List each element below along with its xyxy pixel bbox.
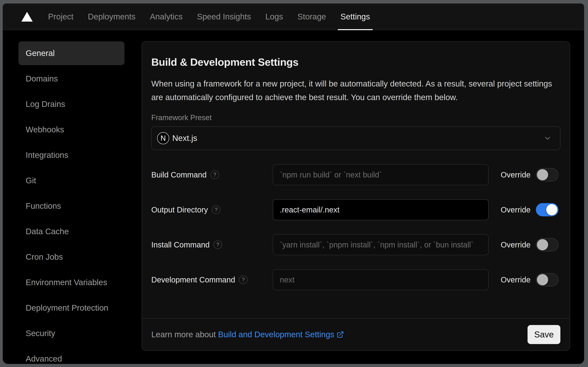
development-command-row: Development Command ? Override [151,269,560,290]
card-description: When using a framework for a new project… [151,77,558,104]
build-command-override-toggle[interactable] [536,168,558,181]
output-directory-override: Override [501,203,558,216]
install-command-override: Override [501,238,558,251]
page-title: Build & Development Settings [151,56,560,68]
tab-project[interactable]: Project [45,3,76,30]
override-label: Override [501,170,530,179]
learn-more-text: Learn more about Build and Development S… [151,330,344,339]
development-command-label: Development Command ? [151,275,273,284]
output-directory-label: Output Directory ? [151,205,273,214]
sidebar-item-general[interactable]: General [18,42,125,65]
install-command-label: Install Command ? [151,241,273,249]
framework-preset-select[interactable]: N Next.js [151,126,560,150]
sidebar-item-webhooks[interactable]: Webhooks [18,118,125,142]
toggle-knob [537,274,548,285]
external-link-icon [336,331,344,338]
build-command-input[interactable] [273,164,489,185]
main-panel: Build & Development Settings When using … [142,30,584,364]
build-command-label: Build Command ? [151,170,273,179]
tab-speed-insights[interactable]: Speed Insights [194,3,254,30]
output-directory-label-text: Output Directory [151,205,208,214]
output-directory-input[interactable] [273,199,489,220]
sidebar-item-cron-jobs[interactable]: Cron Jobs [18,245,125,269]
sidebar-item-log-drains[interactable]: Log Drains [18,92,125,116]
help-icon[interactable]: ? [210,170,219,179]
override-label: Override [501,205,530,214]
build-command-override: Override [501,168,558,181]
output-directory-row: Output Directory ? Override [151,199,560,220]
vercel-logo-icon[interactable] [21,12,33,22]
tab-settings[interactable]: Settings [338,3,373,30]
app-window: Project Deployments Analytics Speed Insi… [3,3,584,364]
tab-analytics[interactable]: Analytics [147,3,185,30]
build-settings-card: Build & Development Settings When using … [142,41,570,351]
help-icon[interactable]: ? [213,241,222,249]
doc-link-text: Build and Development Settings [218,330,335,339]
install-command-row: Install Command ? Override [151,234,560,255]
top-nav: Project Deployments Analytics Speed Insi… [3,3,584,30]
install-command-override-toggle[interactable] [536,238,558,251]
sidebar-item-git[interactable]: Git [18,169,125,192]
sidebar-item-integrations[interactable]: Integrations [18,143,125,167]
install-command-input[interactable] [273,234,489,255]
help-icon[interactable]: ? [212,205,220,214]
toggle-knob [537,239,548,250]
sidebar-item-deployment-protection[interactable]: Deployment Protection [18,296,125,320]
sidebar-item-security[interactable]: Security [18,322,125,345]
toggle-knob [537,169,548,180]
content-area: General Domains Log Drains Webhooks Inte… [3,30,584,364]
install-command-label-text: Install Command [151,241,210,249]
development-command-label-text: Development Command [151,275,235,284]
nav-tabs: Project Deployments Analytics Speed Insi… [41,3,377,30]
help-icon[interactable]: ? [239,275,248,284]
output-directory-override-toggle[interactable] [536,203,558,216]
development-command-input[interactable] [273,269,489,290]
sidebar-item-environment-variables[interactable]: Environment Variables [18,271,125,294]
build-command-row: Build Command ? Override [151,164,560,185]
build-settings-doc-link[interactable]: Build and Development Settings [218,330,344,339]
save-button[interactable]: Save [528,325,560,344]
development-command-override: Override [501,273,558,286]
development-command-override-toggle[interactable] [536,273,558,286]
card-body: Build & Development Settings When using … [142,42,570,318]
sidebar-item-data-cache[interactable]: Data Cache [18,220,125,243]
tab-logs[interactable]: Logs [263,3,286,30]
learn-more-prefix: Learn more about [151,330,216,339]
sidebar-item-functions[interactable]: Functions [18,194,125,218]
override-label: Override [501,241,530,249]
toggle-knob [546,204,557,215]
framework-preset-label: Framework Preset [151,113,560,122]
tab-deployments[interactable]: Deployments [85,3,138,30]
nextjs-logo-icon: N [157,132,169,144]
sidebar-item-advanced[interactable]: Advanced [18,347,125,364]
sidebar-item-domains[interactable]: Domains [18,67,125,91]
build-command-label-text: Build Command [151,170,207,179]
card-footer: Learn more about Build and Development S… [142,318,570,350]
framework-preset-value: Next.js [172,133,543,143]
settings-sidebar: General Domains Log Drains Webhooks Inte… [3,30,142,364]
override-label: Override [501,275,530,284]
chevron-down-icon [543,134,552,142]
tab-storage[interactable]: Storage [295,3,329,30]
